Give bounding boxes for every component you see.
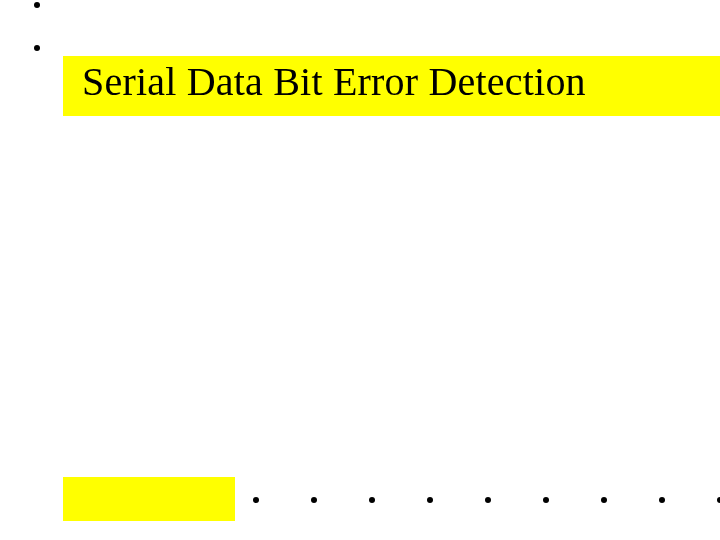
decorative-dot xyxy=(485,497,491,503)
decorative-dot xyxy=(659,497,665,503)
decorative-dot xyxy=(34,45,40,51)
decorative-dot xyxy=(253,497,259,503)
decorative-dot xyxy=(369,497,375,503)
footer-highlight xyxy=(63,477,235,521)
slide-title: Serial Data Bit Error Detection xyxy=(82,58,586,105)
slide: Serial Data Bit Error Detection xyxy=(0,0,720,540)
decorative-dot xyxy=(311,497,317,503)
decorative-dot xyxy=(543,497,549,503)
decorative-dot xyxy=(34,2,40,8)
decorative-dot xyxy=(427,497,433,503)
decorative-dot xyxy=(601,497,607,503)
